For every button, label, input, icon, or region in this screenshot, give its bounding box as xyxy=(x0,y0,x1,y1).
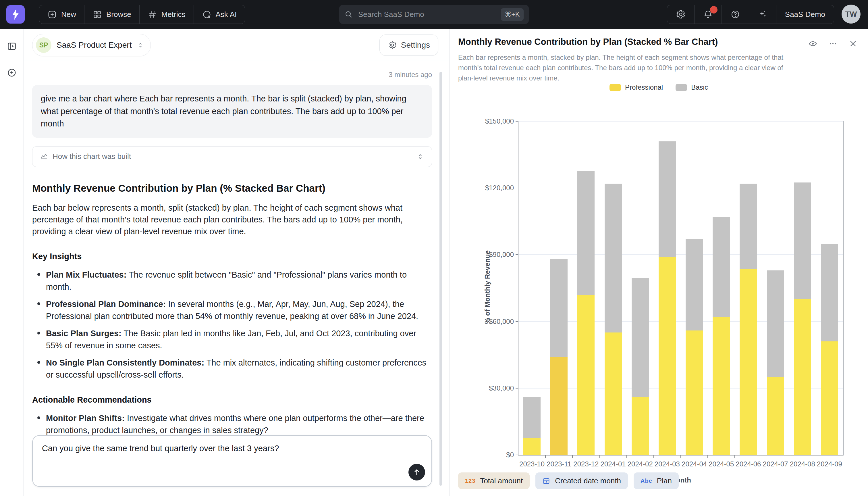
how-built-label: How this chart was built xyxy=(52,152,131,161)
message-timestamp: 3 minutes ago xyxy=(32,71,432,79)
field-tag-plan: AbcPlan xyxy=(633,472,679,489)
x-tick-mark xyxy=(680,455,681,458)
agent-selector[interactable]: SP SaaS Product Expert xyxy=(32,34,151,56)
x-tick-mark xyxy=(707,455,708,458)
bar-segment-professional[interactable] xyxy=(523,438,541,455)
left-rail xyxy=(0,29,23,496)
lightning-bolt-icon xyxy=(11,9,20,20)
bar-segment-professional[interactable] xyxy=(605,332,622,455)
bar-segment-professional[interactable] xyxy=(740,269,757,455)
settings-label: Settings xyxy=(401,41,430,50)
chat-scrollbar-thumb[interactable] xyxy=(439,72,442,486)
chart-panel-actions xyxy=(808,39,858,48)
sparkles-button[interactable] xyxy=(749,5,776,24)
y-tick-label: $60,000 xyxy=(468,317,514,326)
y-axis-line xyxy=(518,121,518,455)
chart-panel: Monthly Revenue Contribution by Plan (St… xyxy=(450,29,868,496)
bar-segment-basic[interactable] xyxy=(605,184,622,333)
legend-swatch xyxy=(610,84,621,91)
ellipsis-icon[interactable] xyxy=(829,39,838,48)
field-tag-label: Total amount xyxy=(480,477,523,485)
plus-square-icon xyxy=(47,10,57,19)
bell-button[interactable] xyxy=(694,5,722,24)
numeric-123-icon: 123 xyxy=(465,478,476,484)
search-shortcut-badge: ⌘+K xyxy=(501,8,524,21)
x-tick-mark xyxy=(789,455,789,458)
bar-segment-basic[interactable] xyxy=(659,141,676,257)
bar-segment-basic[interactable] xyxy=(821,244,838,342)
user-message: give me a bar chart where Each bar repre… xyxy=(32,85,432,138)
bar-segment-professional[interactable] xyxy=(712,317,730,455)
sparkles-icon xyxy=(758,10,768,19)
help-icon xyxy=(730,10,740,19)
collapse-sidebar-icon[interactable] xyxy=(0,37,23,56)
select-chevrons-icon xyxy=(416,153,424,161)
select-chevrons-icon xyxy=(137,41,144,49)
bar-segment-basic[interactable] xyxy=(577,171,595,295)
new-thread-icon[interactable] xyxy=(0,63,23,82)
nav-item-new[interactable]: New xyxy=(39,5,84,24)
bar-segment-basic[interactable] xyxy=(550,259,567,357)
recommendations-heading: Actionable Recommendations xyxy=(32,395,432,405)
close-icon[interactable] xyxy=(849,39,858,48)
bar-segment-professional[interactable] xyxy=(686,330,703,455)
nav-item-ask-ai[interactable]: Ask AI xyxy=(194,5,245,24)
bar-segment-basic[interactable] xyxy=(632,278,649,397)
send-button[interactable] xyxy=(408,464,425,480)
search-input[interactable] xyxy=(358,10,496,19)
bar-segment-professional[interactable] xyxy=(794,299,811,455)
agent-name: SaaS Product Expert xyxy=(57,41,131,50)
article-intro: Each bar below represents a month, split… xyxy=(32,202,432,238)
gridline xyxy=(518,121,843,122)
field-tag-label: Plan xyxy=(657,477,672,485)
global-search[interactable]: ⌘+K xyxy=(339,5,529,24)
nav-item-label: Ask AI xyxy=(216,10,237,19)
bullet-lead: No Single Plan Consistently Dominates: xyxy=(46,358,204,367)
bar-segment-professional[interactable] xyxy=(767,377,784,455)
bar-segment-basic[interactable] xyxy=(767,270,784,377)
y-tick-label: $120,000 xyxy=(468,184,514,192)
bar-segment-basic[interactable] xyxy=(712,217,730,317)
bar-segment-basic[interactable] xyxy=(523,397,541,438)
chat-message-area: 3 minutes ago give me a bar chart where … xyxy=(32,61,432,438)
nav-item-browse[interactable]: Browse xyxy=(84,5,139,24)
y-tick-label: $0 xyxy=(468,451,514,459)
legend-item-professional[interactable]: Professional xyxy=(610,83,663,91)
eye-icon[interactable] xyxy=(808,39,817,48)
bar-segment-professional[interactable] xyxy=(577,295,595,455)
app-logo[interactable] xyxy=(6,5,25,24)
nav-item-label: Metrics xyxy=(161,10,186,19)
bar-segment-professional[interactable] xyxy=(659,257,676,455)
bar-segment-basic[interactable] xyxy=(686,239,703,330)
x-tick-mark xyxy=(572,455,573,458)
bar-segment-basic[interactable] xyxy=(740,184,757,269)
how-chart-built-toggle[interactable]: How this chart was built xyxy=(32,146,432,167)
bell-icon xyxy=(703,10,713,19)
gear-icon xyxy=(388,41,397,50)
chat-panel: SP SaaS Product Expert Settings 3 minute… xyxy=(23,29,450,496)
hash-icon xyxy=(148,10,157,19)
insight-item: Basic Plan Surges: The Basic plan led in… xyxy=(46,327,432,352)
x-tick-mark xyxy=(626,455,627,458)
insights-list: Plan Mix Fluctuates: The revenue split b… xyxy=(32,269,432,381)
nav-item-label: Browse xyxy=(106,10,131,19)
bar-segment-professional[interactable] xyxy=(821,341,838,455)
org-switcher[interactable]: SaaS Demo xyxy=(776,5,834,24)
x-tick-label: 2024-09 xyxy=(809,460,850,468)
nav-item-label: New xyxy=(61,10,76,19)
bar-segment-professional[interactable] xyxy=(632,397,649,455)
x-tick-mark xyxy=(816,455,816,458)
message-composer: Can you give the same trend but quarterl… xyxy=(32,435,432,487)
help-button[interactable] xyxy=(722,5,749,24)
legend-item-basic[interactable]: Basic xyxy=(676,83,708,91)
settings-button[interactable]: Settings xyxy=(380,34,438,56)
nav-item-metrics[interactable]: Metrics xyxy=(139,5,194,24)
chat-header: SP SaaS Product Expert Settings xyxy=(23,29,449,61)
bar-segment-professional[interactable] xyxy=(550,357,567,455)
bar-segment-basic[interactable] xyxy=(794,183,811,299)
gear-button[interactable] xyxy=(667,5,694,24)
arrow-up-icon xyxy=(413,468,421,477)
insight-item: Plan Mix Fluctuates: The revenue split b… xyxy=(46,269,432,293)
user-avatar[interactable]: TW xyxy=(841,4,861,24)
composer-input[interactable]: Can you give the same trend but quarterl… xyxy=(42,442,400,480)
